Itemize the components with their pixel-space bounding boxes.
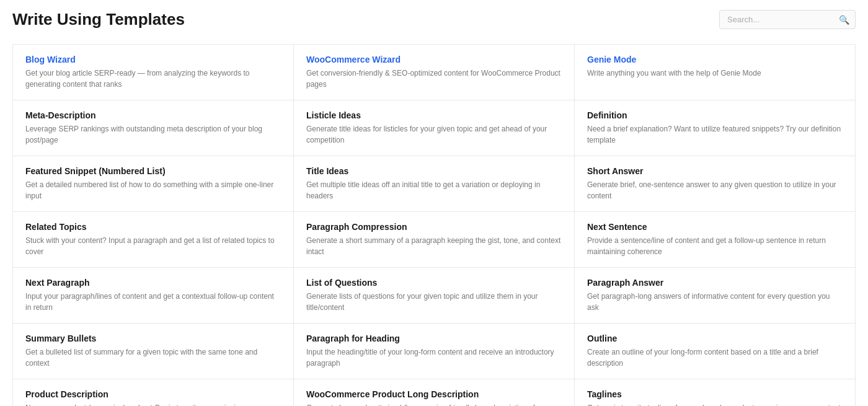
template-item[interactable]: Paragraph CompressionGenerate a short su… <box>294 212 575 268</box>
template-item[interactable]: Related TopicsStuck with your content? I… <box>13 212 294 268</box>
page-container: Write Using Templates 🔍 Blog WizardGet y… <box>0 0 868 406</box>
template-item[interactable]: Genie ModeWrite anything you want with t… <box>575 45 856 100</box>
template-item[interactable]: Paragraph for HeadingInput the heading/t… <box>294 324 575 379</box>
template-name: Blog Wizard <box>25 55 281 64</box>
template-item[interactable]: WooCommerce WizardGet conversion-friendl… <box>294 45 575 100</box>
template-desc: Get genie to write taglines for your bra… <box>587 402 843 406</box>
template-name: Meta-Description <box>25 110 281 120</box>
template-desc: Generate a short summary of a paragraph … <box>306 235 562 257</box>
template-item[interactable]: Title IdeasGet multiple title ideas off … <box>294 156 575 212</box>
template-item[interactable]: Summary BulletsGet a bulleted list of su… <box>13 324 294 379</box>
template-desc: Generate title ideas for listicles for y… <box>306 123 562 146</box>
template-item[interactable]: Next ParagraphInput your paragraph/lines… <box>13 268 294 324</box>
template-name: Product Description <box>25 389 281 399</box>
template-name: Short Answer <box>587 166 843 176</box>
template-desc: Get paragraph-long answers of informativ… <box>587 291 843 313</box>
header: Write Using Templates 🔍 <box>12 10 856 29</box>
template-name: Related Topics <box>25 222 281 232</box>
template-item[interactable]: Featured Snippet (Numbered List)Get a de… <box>13 156 294 212</box>
template-item[interactable]: OutlineCreate an outline of your long-fo… <box>575 324 856 379</box>
template-name: Listicle Ideas <box>306 110 562 120</box>
template-item[interactable]: Product DescriptionName any product (or … <box>13 379 294 406</box>
template-name: Title Ideas <box>306 166 562 176</box>
template-name: WooCommerce Wizard <box>306 55 562 64</box>
template-name: Paragraph for Heading <box>306 333 562 343</box>
template-item[interactable]: Short AnswerGenerate brief, one-sentence… <box>575 156 856 212</box>
search-icon: 🔍 <box>839 15 849 25</box>
template-name: Next Sentence <box>587 222 843 232</box>
template-name: Taglines <box>587 389 843 399</box>
template-name: Next Paragraph <box>25 278 281 288</box>
search-input[interactable] <box>719 10 856 29</box>
template-desc: Leverage SERP rankings with outstanding … <box>25 123 281 146</box>
template-name: Genie Mode <box>587 55 843 64</box>
template-desc: Get a detailed numbered list of how to d… <box>25 179 281 201</box>
template-name: Featured Snippet (Numbered List) <box>25 166 281 176</box>
template-desc: Generate keyword-optimized & conversion-… <box>306 402 562 406</box>
template-desc: Provide a sentence/line of content and g… <box>587 235 843 257</box>
template-name: WooCommerce Product Long Description <box>306 389 562 399</box>
template-item[interactable]: Next SentenceProvide a sentence/line of … <box>575 212 856 268</box>
template-item[interactable]: DefinitionNeed a brief explanation? Want… <box>575 100 856 156</box>
template-item[interactable]: Meta-DescriptionLeverage SERP rankings w… <box>13 100 294 156</box>
template-desc: Input your paragraph/lines of content an… <box>25 291 281 313</box>
templates-grid: Blog WizardGet your blog article SERP-re… <box>12 44 856 406</box>
template-desc: Need a brief explanation? Want to utiliz… <box>587 123 843 146</box>
template-name: Paragraph Compression <box>306 222 562 232</box>
template-name: Summary Bullets <box>25 333 281 343</box>
template-item[interactable]: Listicle IdeasGenerate title ideas for l… <box>294 100 575 156</box>
template-item[interactable]: Paragraph AnswerGet paragraph-long answe… <box>575 268 856 324</box>
template-desc: Generate brief, one-sentence answer to a… <box>587 179 843 201</box>
template-desc: Get your blog article SERP-ready — from … <box>25 68 281 90</box>
template-name: Definition <box>587 110 843 120</box>
template-item[interactable]: WooCommerce Product Long DescriptionGene… <box>294 379 575 406</box>
template-desc: Get multiple title ideas off an initial … <box>306 179 562 201</box>
template-desc: Name any product (or service) and get Ge… <box>25 402 281 406</box>
template-desc: Create an outline of your long-form cont… <box>587 346 843 369</box>
page-title: Write Using Templates <box>12 10 185 29</box>
template-desc: Write anything you want with the help of… <box>587 68 843 79</box>
template-desc: Get a bulleted list of summary for a giv… <box>25 346 281 369</box>
template-item[interactable]: List of QuestionsGenerate lists of quest… <box>294 268 575 324</box>
template-desc: Generate lists of questions for your giv… <box>306 291 562 313</box>
search-container: 🔍 <box>719 10 856 29</box>
template-item[interactable]: TaglinesGet genie to write taglines for … <box>575 379 856 406</box>
template-name: Paragraph Answer <box>587 278 843 288</box>
template-item[interactable]: Blog WizardGet your blog article SERP-re… <box>13 45 294 100</box>
template-desc: Input the heading/title of your long-for… <box>306 346 562 369</box>
template-desc: Stuck with your content? Input a paragra… <box>25 235 281 257</box>
template-name: Outline <box>587 333 843 343</box>
template-name: List of Questions <box>306 278 562 288</box>
template-desc: Get conversion-friendly & SEO-optimized … <box>306 68 562 90</box>
